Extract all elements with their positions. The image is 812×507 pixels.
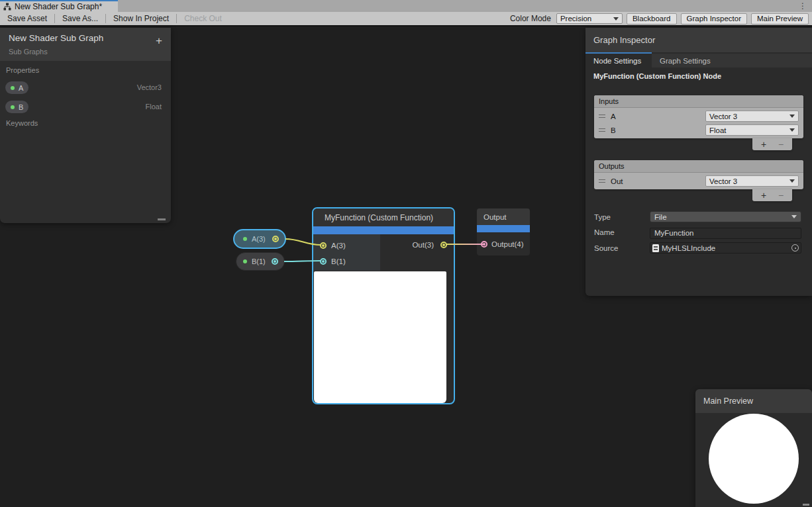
property-node-a[interactable]: A(3) [233, 229, 286, 249]
chevron-down-icon [789, 128, 795, 132]
tab-new-shader-sub-graph[interactable]: New Shader Sub Graph* [0, 0, 118, 12]
shader-graph-window: New Shader Sub Graph* ⋮ Save Asset Save … [0, 0, 812, 507]
input-type-value: Vector 3 [709, 113, 737, 120]
property-pill-a[interactable]: A [5, 81, 28, 94]
exposed-dot-icon [11, 86, 15, 90]
blackboard-header[interactable]: New Shader Sub Graph Sub Graphs + [0, 28, 171, 61]
main-preview-toggle-button[interactable]: Main Preview [751, 13, 809, 24]
chevron-down-icon [789, 115, 795, 118]
port-out-vector3[interactable] [272, 236, 279, 242]
check-out-button: Check Out [177, 12, 229, 25]
name-field[interactable] [650, 228, 801, 239]
chevron-down-icon [613, 17, 619, 21]
tab-strip: New Shader Sub Graph* ⋮ [0, 0, 812, 12]
outputs-list: Outputs Out Vector 3 + − [594, 160, 803, 189]
chevron-down-icon [789, 179, 795, 183]
input-port-a[interactable] [320, 242, 327, 249]
source-object-field[interactable]: MyHLSLInclude [650, 242, 801, 254]
outputs-list-box: Outputs Out Vector 3 [594, 160, 803, 189]
input-port-label-b: B(1) [331, 257, 346, 265]
save-as-button[interactable]: Save As... [55, 12, 105, 25]
save-asset-button[interactable]: Save Asset [0, 12, 54, 25]
precision-color-bar [477, 225, 530, 232]
color-mode-label: Color Mode [510, 14, 551, 23]
inputs-rows: A Vector 3 B Float [594, 108, 803, 138]
inputs-list-box: Inputs A Vector 3 B Float [594, 95, 803, 138]
drag-handle-icon[interactable] [599, 179, 605, 183]
input-type-dropdown[interactable]: Float [705, 124, 799, 136]
preview-resize-handle[interactable] [803, 504, 809, 506]
output-port-out[interactable] [440, 242, 447, 248]
source-label: Source [594, 242, 618, 254]
source-value: MyHLSLInclude [662, 244, 715, 252]
inputs-list: Inputs A Vector 3 B Float [594, 95, 803, 138]
list-item[interactable]: B Float [594, 123, 803, 137]
output-node[interactable]: Output Output(4) [477, 208, 530, 255]
property-name: B [19, 103, 23, 111]
add-output-button[interactable]: + [755, 190, 772, 201]
list-item[interactable]: A Vector 3 [594, 109, 803, 123]
output-port-label-out: Out(3) [412, 241, 434, 249]
property-node-b[interactable]: B(1) [236, 252, 285, 271]
list-item[interactable]: Out Vector 3 [594, 174, 803, 188]
source-control: MyHLSLInclude [650, 242, 801, 254]
node-title: MyFunction (Custom Function) [313, 208, 454, 226]
blackboard-toggle-button[interactable]: Blackboard [627, 13, 677, 24]
property-node-label: B(1) [252, 257, 266, 265]
inspected-node-heading: MyFunction (Custom Function) Node [593, 72, 721, 80]
tab-graph-settings[interactable]: Graph Settings [652, 54, 719, 68]
graph-inspector-title[interactable]: Graph Inspector [585, 28, 812, 52]
exposed-dot-icon [243, 259, 247, 263]
add-property-button[interactable]: + [156, 34, 162, 48]
drag-handle-icon[interactable] [599, 115, 605, 118]
tab-title: New Shader Sub Graph* [15, 2, 102, 11]
node-title: Output [477, 208, 530, 225]
exposed-dot-icon [243, 237, 247, 241]
type-control: File [650, 211, 801, 222]
node-port-area: Output(4) [477, 232, 530, 255]
name-control [650, 226, 801, 238]
property-pill-b[interactable]: B [5, 101, 28, 113]
output-type-dropdown[interactable]: Vector 3 [705, 175, 799, 187]
tab-node-settings[interactable]: Node Settings [585, 54, 652, 68]
blackboard-resize-handle[interactable] [158, 218, 166, 220]
node-preview [314, 271, 446, 403]
port-out-float[interactable] [272, 258, 278, 265]
outputs-rows: Out Vector 3 [594, 173, 803, 189]
input-port-label-a: A(3) [331, 242, 346, 250]
color-mode-dropdown[interactable]: Precision [556, 13, 623, 24]
outputs-list-footer: + − [752, 189, 792, 201]
output-name: Out [611, 177, 623, 185]
add-input-button[interactable]: + [755, 139, 772, 150]
node-port-area: A(3) B(1) Out(3) [313, 234, 454, 271]
graph-toolbar: Save Asset Save As... Show In Project Ch… [0, 12, 812, 26]
type-value: File [654, 213, 667, 221]
main-preview-panel: Main Preview [695, 389, 812, 507]
type-dropdown[interactable]: File [650, 211, 801, 222]
input-port-output[interactable] [481, 241, 487, 248]
input-type-dropdown[interactable]: Vector 3 [705, 111, 799, 122]
property-name: A [19, 84, 23, 92]
inputs-list-header: Inputs [594, 95, 803, 108]
window-menu-icon[interactable]: ⋮ [799, 1, 807, 11]
remove-output-button[interactable]: − [772, 190, 789, 201]
custom-function-node[interactable]: MyFunction (Custom Function) A(3) B(1) O… [312, 207, 455, 404]
keywords-section-label: Keywords [6, 119, 38, 127]
graph-inspector-toggle-button[interactable]: Graph Inspector [681, 13, 747, 24]
remove-input-button[interactable]: − [772, 139, 789, 150]
show-in-project-button[interactable]: Show In Project [106, 12, 176, 25]
input-port-b[interactable] [320, 258, 327, 265]
color-mode-value: Precision [560, 15, 591, 23]
name-label: Name [594, 226, 615, 238]
blackboard-title: New Shader Sub Graph [9, 33, 103, 43]
node-input-section [313, 234, 380, 271]
shader-graph-icon [3, 3, 11, 11]
drag-handle-icon[interactable] [599, 128, 605, 132]
type-label: Type [594, 211, 611, 222]
object-picker-icon[interactable] [791, 244, 799, 252]
property-node-label: A(3) [252, 235, 266, 243]
inspector-tabs: Node Settings Graph Settings [585, 54, 812, 68]
inputs-list-footer: + − [752, 138, 792, 150]
precision-color-bar [313, 226, 454, 234]
main-preview-title[interactable]: Main Preview [695, 389, 812, 413]
